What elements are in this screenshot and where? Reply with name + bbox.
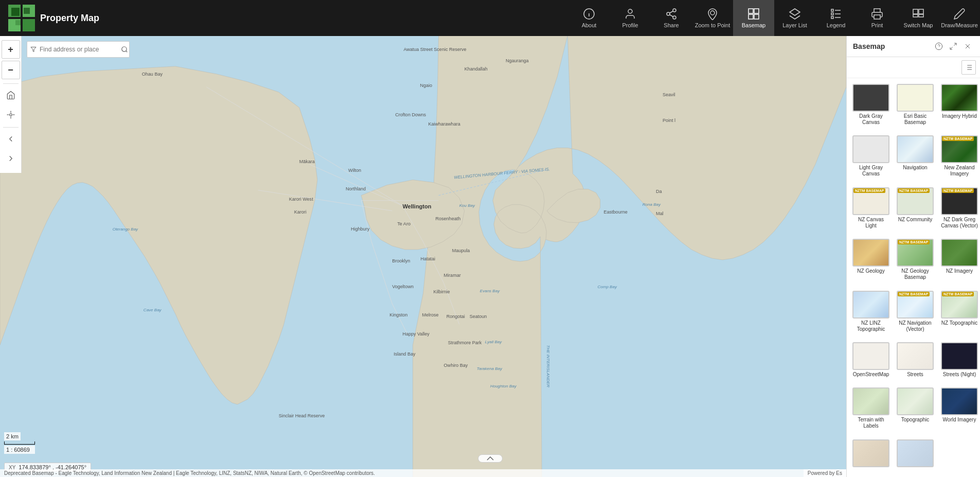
zoom-in-icon: + bbox=[8, 44, 13, 55]
basemap-label-navigation: Navigation bbox=[903, 165, 927, 171]
basemap-item-light-gray-canvas[interactable]: Light Gray Canvas bbox=[851, 134, 891, 181]
basemap-item-dark-gray-canvas[interactable]: Dark Gray Canvas bbox=[851, 82, 891, 130]
svg-line-14 bbox=[670, 15, 673, 17]
tarakena-bay-label: Tarakena Bay bbox=[477, 366, 503, 371]
basemap-item-nz-geology[interactable]: NZ Geology bbox=[851, 237, 891, 285]
basemap-help-button[interactable] bbox=[933, 40, 945, 52]
comp-bay-label: Comp Bay bbox=[598, 285, 617, 289]
about-button[interactable]: About bbox=[568, 0, 610, 36]
svg-point-59 bbox=[935, 43, 942, 49]
basemap-item-nz-geology-basemap[interactable]: NZTM BASEMAPNZ Geology Basemap bbox=[895, 237, 935, 285]
maupula-label: Maupula bbox=[452, 248, 471, 253]
basemap-label-light-gray-canvas: Light Gray Canvas bbox=[852, 165, 889, 177]
basemap-item-esri-basic[interactable]: Esri Basic Basemap bbox=[895, 82, 935, 130]
basemap-item-nz-topographic[interactable]: NZTM BASEMAPNZ Topographic bbox=[939, 289, 979, 337]
basemap-item-new-zealand-imagery[interactable]: NZTM BASEMAPNew Zealand Imagery bbox=[939, 134, 979, 181]
collapse-icon bbox=[949, 42, 957, 50]
svg-rect-28 bbox=[874, 15, 880, 19]
layer-list-label: Layer List bbox=[782, 22, 807, 28]
svg-rect-19 bbox=[749, 14, 753, 19]
basemap-item-nz-dark-greg[interactable]: NZTM BASEMAPNZ Dark Greg Canvas (Vector) bbox=[939, 186, 979, 233]
forward-icon bbox=[6, 154, 15, 163]
basemap-label-nz-linz-topographic: NZ LINZ Topographic bbox=[852, 320, 889, 332]
basemap-panel: Basemap bbox=[846, 36, 980, 477]
filter-list-icon bbox=[965, 63, 973, 72]
basemap-filter-button[interactable] bbox=[961, 60, 976, 75]
basemap-collapse-button[interactable] bbox=[947, 40, 959, 52]
basemap-item-navigation[interactable]: Navigation bbox=[895, 134, 935, 181]
basemap-item-extra1[interactable] bbox=[851, 438, 891, 473]
svg-point-39 bbox=[122, 47, 127, 51]
search-filter-button[interactable] bbox=[27, 46, 40, 52]
back-button[interactable] bbox=[2, 130, 20, 148]
basemap-button[interactable]: Basemap bbox=[733, 0, 774, 36]
share-button[interactable]: Share bbox=[651, 0, 692, 36]
svg-rect-6 bbox=[15, 20, 21, 25]
search-input[interactable] bbox=[40, 46, 117, 53]
point-label: Point l bbox=[663, 118, 675, 123]
seatoun-label: Seatoun bbox=[470, 314, 487, 319]
zoom-out-button[interactable]: − bbox=[2, 61, 20, 79]
search-icon bbox=[121, 46, 128, 53]
svg-rect-24 bbox=[831, 13, 833, 15]
basemap-item-nz-community[interactable]: NZTM BASEMAPNZ Community bbox=[895, 186, 935, 233]
basemap-grid: Dark Gray CanvasEsri Basic BasemapImager… bbox=[847, 78, 980, 477]
basemap-item-topographic[interactable]: Topographic bbox=[895, 386, 935, 433]
home-button[interactable] bbox=[2, 86, 20, 104]
basemap-item-imagery-hybrid[interactable]: Imagery Hybrid bbox=[939, 82, 979, 130]
basemap-item-nz-imagery[interactable]: NZ Imagery bbox=[939, 237, 979, 285]
basemap-label-nz-imagery: NZ Imagery bbox=[946, 268, 973, 274]
svg-rect-3 bbox=[23, 19, 35, 31]
basemap-item-world-imagery[interactable]: World Imagery bbox=[939, 386, 979, 433]
legend-button[interactable]: Legend bbox=[815, 0, 857, 36]
basemap-label-nz-dark-greg: NZ Dark Greg Canvas (Vector) bbox=[941, 217, 978, 229]
locate-button[interactable] bbox=[2, 105, 20, 124]
basemap-item-nz-linz-topographic[interactable]: NZ LINZ Topographic bbox=[851, 289, 891, 337]
switch-map-button[interactable]: Switch Map bbox=[898, 0, 939, 36]
sidebar-divider-2 bbox=[3, 127, 19, 128]
svg-rect-31 bbox=[913, 14, 918, 17]
basemap-item-streets[interactable]: Streets bbox=[895, 341, 935, 382]
svg-point-12 bbox=[667, 12, 670, 15]
svg-point-10 bbox=[628, 9, 632, 13]
app-logo bbox=[8, 5, 35, 31]
basemap-filter-row bbox=[847, 57, 980, 78]
basemap-label-terrain-labels: Terrain with Labels bbox=[852, 417, 889, 429]
basemap-item-openstreetmap[interactable]: OpenStreetMap bbox=[851, 341, 891, 382]
zoom-to-point-button[interactable]: Zoom to Point bbox=[692, 0, 733, 36]
forward-button[interactable] bbox=[2, 149, 20, 168]
map-area[interactable]: Wellington Mākara Karori Karori West Nor… bbox=[0, 36, 846, 477]
zoom-in-button[interactable]: + bbox=[2, 40, 20, 59]
share-label: Share bbox=[664, 22, 679, 28]
basemap-label-nz-geology: NZ Geology bbox=[857, 268, 884, 274]
expand-button[interactable] bbox=[478, 454, 503, 463]
melrose-label: Melrose bbox=[422, 312, 438, 317]
search-go-button[interactable] bbox=[117, 46, 132, 53]
basemap-label-esri-basic: Esri Basic Basemap bbox=[897, 113, 934, 126]
strathmore-label: Strathmore Park bbox=[448, 340, 482, 345]
basemap-item-streets-night[interactable]: Streets (Night) bbox=[939, 341, 979, 382]
draw-measure-button[interactable]: Draw/Measure bbox=[939, 0, 980, 36]
svg-rect-18 bbox=[754, 9, 759, 13]
basemap-header: Basemap bbox=[847, 36, 980, 57]
svg-rect-22 bbox=[831, 9, 833, 11]
filter-icon bbox=[30, 46, 37, 52]
svg-point-33 bbox=[9, 114, 12, 116]
basemap-item-nz-canvas-light[interactable]: NZTM BASEMAPNZ Canvas Light bbox=[851, 186, 891, 233]
houghton-bay-label: Houghton Bay bbox=[490, 384, 517, 388]
basemap-label-nz-navigation-vector: NZ Navigation (Vector) bbox=[897, 320, 934, 332]
ngauranga-label: Ngauranga bbox=[506, 58, 529, 63]
locate-icon bbox=[6, 110, 15, 119]
print-button[interactable]: Print bbox=[857, 0, 898, 36]
basemap-item-nz-navigation-vector[interactable]: NZTM BASEMAPNZ Navigation (Vector) bbox=[895, 289, 935, 337]
layer-list-button[interactable]: Layer List bbox=[774, 0, 815, 36]
basemap-close-button[interactable] bbox=[961, 40, 974, 52]
basemap-label-openstreetmap: OpenStreetMap bbox=[853, 372, 889, 378]
toolbar: About Profile Share Zoom to Point Basema… bbox=[568, 0, 980, 36]
basemap-label-world-imagery: World Imagery bbox=[943, 417, 976, 423]
awatua-label: Awatua Street Scenic Reserve bbox=[403, 47, 466, 52]
basemap-item-terrain-labels[interactable]: Terrain with Labels bbox=[851, 386, 891, 433]
basemap-item-extra2[interactable] bbox=[895, 438, 935, 473]
profile-button[interactable]: Profile bbox=[610, 0, 651, 36]
search-bar bbox=[27, 41, 130, 58]
